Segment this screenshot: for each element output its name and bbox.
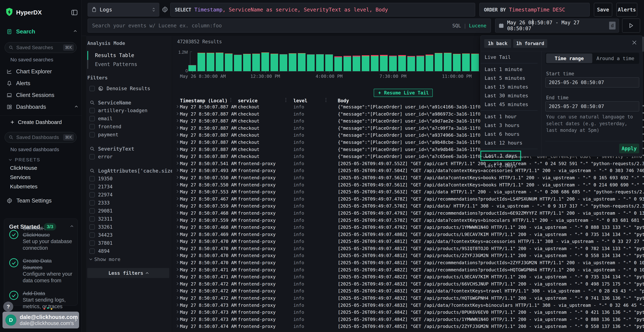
column-header-body[interactable]: Body — [338, 98, 349, 104]
sidebar-item-chart-explorer[interactable]: Chart Explorer — [6, 68, 52, 75]
expand-row-icon[interactable] — [176, 296, 178, 299]
histogram-bar[interactable] — [307, 54, 315, 71]
filter-checkbox[interactable] — [90, 108, 95, 113]
log-row[interactable]: May 27 8:50:07.471 AMfrontend-proxyinfo[… — [172, 266, 644, 274]
expand-row-icon[interactable] — [176, 183, 178, 186]
filter-checkbox[interactable] — [90, 184, 95, 190]
scrollbar[interactable] — [642, 37, 644, 52]
expand-row-icon[interactable] — [176, 310, 178, 314]
histogram-bar[interactable] — [362, 55, 370, 71]
histogram-bar[interactable] — [344, 56, 351, 71]
log-row[interactable]: May 27 8:50:07.474 AMfrontend-proxyinfo[… — [172, 323, 644, 330]
histogram-bar[interactable] — [444, 53, 452, 71]
expand-row-icon[interactable] — [176, 325, 178, 328]
expand-row-icon[interactable] — [176, 240, 178, 242]
log-row[interactable]: May 27 8:50:07.473 AMfrontend-proxyinfo[… — [172, 309, 644, 316]
get-started-header[interactable]: Get Started 3/3 — [9, 223, 73, 230]
search-icon[interactable] — [90, 100, 95, 105]
filter-checkbox[interactable] — [90, 240, 95, 246]
expand-row-icon[interactable] — [176, 318, 178, 320]
time-preset-live-tail[interactable]: Live Tail — [481, 53, 542, 62]
filter-option[interactable]: 37801 — [87, 239, 172, 247]
apply-button[interactable]: Apply — [619, 144, 639, 153]
histogram-bar[interactable] — [243, 54, 251, 71]
source-select[interactable]: Logs — [88, 3, 159, 16]
expand-row-icon[interactable] — [176, 105, 178, 108]
histogram-bar[interactable] — [416, 56, 424, 71]
less-filters-button[interactable]: Less filters — [87, 268, 169, 278]
get-started-item[interactable]: Add DataStart sending logs, metrics, or … — [4, 284, 78, 310]
log-row[interactable]: May 27 8:50:07.470 AMfrontend-proxyinfo[… — [172, 259, 644, 266]
log-row[interactable]: May 27 8:50:07.472 AMfrontend-proxyinfo[… — [172, 294, 644, 302]
expand-row-icon[interactable] — [176, 247, 178, 250]
filter-option[interactable]: email — [87, 114, 172, 122]
analysis-mode-event-patterns[interactable]: Event Patterns — [87, 60, 172, 69]
log-row[interactable]: May 27 8:50:07.468 AMfrontend-proxyinfo[… — [172, 210, 644, 217]
expand-row-icon[interactable] — [176, 218, 178, 221]
language-toggle-lucene[interactable]: Lucene — [469, 23, 486, 28]
expand-row-icon[interactable] — [176, 204, 178, 207]
log-row[interactable]: May 27 8:50:07.468 AMfrontend-proxyinfo[… — [172, 224, 644, 231]
log-row[interactable]: May 27 8:50:07.550 AMfrontend-proxyinfo[… — [172, 182, 644, 188]
time-preset-last-5-minutes[interactable]: Last 5 minutes — [481, 74, 542, 82]
saved-searches-input[interactable]: Saved Searches ⌘K — [5, 42, 76, 53]
expand-row-icon[interactable] — [176, 126, 178, 129]
filter-checkbox[interactable] — [90, 200, 95, 206]
column-resize-handle[interactable] — [286, 98, 286, 102]
filter-checkbox[interactable] — [90, 216, 95, 222]
sidebar-item-team-settings[interactable]: Team Settings — [6, 198, 52, 204]
log-row[interactable]: May 27 8:50:07.541 AMfrontend-proxyinfo[… — [172, 160, 644, 167]
log-row[interactable]: May 27 8:50:07.473 AMfrontend-proxyinfo[… — [172, 316, 644, 323]
filter-option[interactable]: error — [87, 152, 172, 161]
saved-dashboards-input[interactable]: Saved Dashboards ⌘K — [5, 132, 76, 143]
sidebar-item-alerts[interactable]: Alerts — [6, 80, 30, 86]
time-preset-last-6-hours[interactable]: Last 6 hours — [481, 130, 542, 138]
filter-checkbox[interactable] — [90, 192, 95, 198]
filter-checkbox[interactable] — [90, 116, 95, 121]
histogram-bar[interactable] — [289, 53, 296, 71]
sql-orderby-input[interactable]: ORDER BY TimestampTime DESC — [480, 3, 590, 16]
expand-row-icon[interactable] — [176, 304, 178, 306]
language-toggle-sql[interactable]: SQL — [452, 23, 461, 28]
search-icon[interactable] — [90, 168, 95, 173]
expand-row-icon[interactable] — [176, 119, 178, 122]
filter-checkbox[interactable] — [90, 208, 95, 214]
filter-option[interactable]: 21734 — [87, 183, 172, 191]
histogram-bar[interactable] — [234, 55, 242, 71]
histogram-bar[interactable] — [398, 55, 406, 71]
preset-item-clickhouse[interactable]: ClickHouse — [10, 165, 37, 171]
log-row[interactable]: May 27 8:50:07.470 AMfrontend-proxyinfo[… — [172, 245, 644, 252]
time-preset-last-12-hours[interactable]: Last 12 hours — [481, 138, 542, 147]
time-preset-last-2-days[interactable]: Last 2 days — [481, 161, 542, 170]
time-preset-last-1-hour[interactable]: Last 1 hour — [481, 112, 542, 121]
filter-checkbox[interactable] — [90, 124, 95, 129]
shift-back-button[interactable]: 1h back — [484, 39, 511, 48]
column-resize-handle[interactable] — [326, 98, 326, 102]
histogram-bar[interactable] — [407, 56, 415, 71]
log-row[interactable]: May 27 8:50:07.469 AMfrontend-proxyinfo[… — [172, 231, 644, 238]
log-row[interactable]: May 27 8:50:07.471 AMfrontend-proxyinfo[… — [172, 273, 644, 280]
histogram-bar[interactable] — [188, 65, 196, 71]
run-query-button[interactable] — [622, 18, 640, 32]
time-preset-last-45-minutes[interactable]: Last 45 minutes — [481, 100, 542, 109]
expand-row-icon[interactable] — [176, 155, 178, 158]
filter-option[interactable]: 34423 — [87, 231, 172, 239]
histogram-bar[interactable] — [261, 52, 269, 71]
collapse-sidebar-icon[interactable] — [71, 9, 78, 16]
search-icon[interactable] — [90, 146, 95, 151]
tab-around-a-time[interactable]: Around a time — [592, 54, 638, 63]
end-time-input[interactable]: 2025-05-27 08:50:07 — [546, 102, 639, 112]
preset-item-kubernetes[interactable]: Kubernetes — [10, 184, 38, 190]
filter-option[interactable]: 33261 — [87, 223, 172, 231]
log-row[interactable]: May 27 8:50:07.473 AMfrontend-proxyinfo[… — [172, 302, 644, 309]
filter-checkbox[interactable] — [90, 232, 95, 238]
help-button[interactable]: ? — [3, 302, 13, 312]
log-row[interactable]: May 27 8:50:07.493 AMfrontend-proxyinfo[… — [172, 167, 644, 174]
expand-row-icon[interactable] — [176, 226, 178, 228]
filter-option[interactable]: 19350 — [87, 174, 172, 183]
histogram-bar[interactable] — [270, 54, 278, 71]
tab-time-range[interactable]: Time range — [546, 54, 592, 63]
analysis-mode-results-table[interactable]: Results Table — [87, 51, 172, 60]
expand-row-icon[interactable] — [176, 140, 178, 144]
expand-row-icon[interactable] — [176, 176, 178, 179]
